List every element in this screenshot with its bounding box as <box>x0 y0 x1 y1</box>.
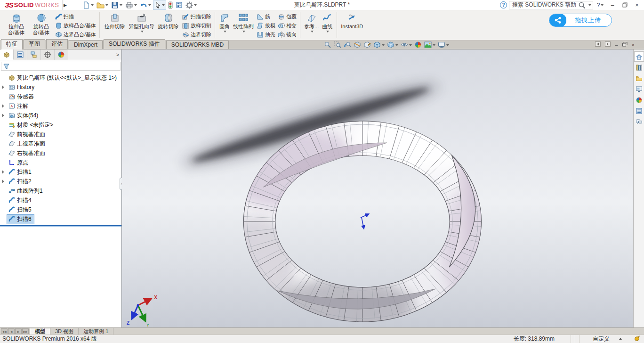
undo-caret-icon[interactable] <box>148 4 151 8</box>
tree-item-annotations[interactable]: A注解 <box>0 101 121 111</box>
tree-item-curve-pattern1[interactable]: 曲线阵列1 <box>0 186 121 196</box>
new-file-button[interactable] <box>81 0 95 10</box>
tab-addins[interactable]: SOLIDWORKS 插件 <box>104 39 165 49</box>
tree-filter-input[interactable] <box>1 62 121 71</box>
tree-item-front-plane[interactable]: 前视基准面 <box>0 130 121 139</box>
rebuild-button[interactable] <box>167 0 174 10</box>
linear-pattern-button[interactable]: 线性阵列 <box>232 11 255 33</box>
expand-arrow-icon[interactable] <box>2 85 6 89</box>
appearances-scenes-button[interactable] <box>634 95 644 105</box>
drag-upload-button[interactable]: 拖拽上传 <box>549 14 612 27</box>
quick-tip-icon[interactable] <box>622 335 644 343</box>
expand-arrow-icon[interactable] <box>2 180 6 183</box>
display-manager-tab[interactable] <box>55 49 68 60</box>
prev-tab-button[interactable]: ◀ <box>8 328 15 334</box>
sweep-button[interactable]: 扫描 <box>54 12 97 21</box>
tree-item-sweep1[interactable]: 扫描1 <box>0 167 121 177</box>
3d-drawing-view-button[interactable] <box>363 41 371 49</box>
help-caret-icon[interactable] <box>601 4 604 8</box>
search-caret-icon[interactable] <box>588 4 591 8</box>
tree-root-part[interactable]: 莫比乌斯环 (默认<<默认>_显示状态 1>) <box>0 73 121 82</box>
design-library-button[interactable] <box>634 62 644 73</box>
panel-expand-chevron-icon[interactable]: > <box>114 49 121 60</box>
edit-appearance-button[interactable] <box>414 41 422 49</box>
sweep-cut-button[interactable]: 扫描切除 <box>181 12 212 21</box>
tree-item-solid-bodies[interactable]: 实体(54) <box>0 111 121 120</box>
tab-evaluate[interactable]: 评估 <box>46 39 68 49</box>
open-file-button[interactable] <box>96 0 109 10</box>
revolve-boss-button[interactable]: 旋转凸台/基体 <box>29 11 54 35</box>
minimize-button[interactable]: – <box>607 1 618 9</box>
new-file-caret-icon[interactable] <box>91 4 94 8</box>
property-manager-tab[interactable] <box>14 49 27 60</box>
reference-geometry-button[interactable]: 参考... <box>303 11 320 33</box>
curves-button[interactable]: 曲线 <box>320 11 334 33</box>
tree-item-top-plane[interactable]: 上视基准面 <box>0 139 121 148</box>
logo-flyout-arrow-icon[interactable]: ▶ <box>63 3 68 8</box>
shell-button[interactable]: 抽壳 <box>255 30 276 39</box>
hide-show-items-button[interactable] <box>401 41 412 49</box>
resources-home-button[interactable] <box>634 51 644 62</box>
section-view-button[interactable] <box>354 41 361 49</box>
view-palette-button[interactable] <box>634 84 644 94</box>
select-tool-button[interactable] <box>153 0 166 10</box>
hide-show-caret-icon[interactable] <box>409 44 412 48</box>
tab-sketch[interactable]: 草图 <box>24 39 45 49</box>
collapse-right-icon[interactable] <box>605 41 611 48</box>
save-caret-icon[interactable] <box>120 4 122 8</box>
close-button[interactable]: × <box>632 1 642 9</box>
view-orientation-button[interactable] <box>373 41 385 49</box>
unit-caret-icon[interactable] <box>619 336 622 340</box>
3d-views-tab[interactable]: 3D 视图 <box>50 328 79 335</box>
tree-item-sensors[interactable]: 传感器 <box>0 92 121 101</box>
file-properties-button[interactable] <box>175 0 184 10</box>
expand-arrow-icon[interactable] <box>2 170 6 174</box>
next-tab-button[interactable]: ▶ <box>15 328 22 334</box>
doc-restore-icon[interactable] <box>622 42 628 48</box>
expand-arrow-icon[interactable] <box>2 104 6 108</box>
tree-item-sweep6-selected[interactable]: 扫描6 <box>0 214 121 224</box>
print-button[interactable] <box>124 0 138 10</box>
apply-scene-caret-icon[interactable] <box>433 44 435 48</box>
boundary-cut-button[interactable]: 边界切除 <box>181 30 212 39</box>
tab-dimxpert[interactable]: DimXpert <box>69 41 103 49</box>
tab-features[interactable]: 特征 <box>1 39 23 49</box>
reference-caret-icon[interactable] <box>311 31 314 34</box>
help-menu-button[interactable]: ? <box>595 1 605 9</box>
file-explorer-button[interactable] <box>634 73 644 83</box>
revolve-cut-button[interactable]: 旋转切除 <box>156 11 181 30</box>
print-caret-icon[interactable] <box>134 4 137 8</box>
intersect-button[interactable]: 相交 <box>276 21 298 30</box>
expand-arrow-icon[interactable] <box>2 114 6 117</box>
zoom-fit-button[interactable] <box>324 41 331 49</box>
first-tab-button[interactable]: ◀◀ <box>1 328 8 334</box>
doc-minimize-icon[interactable]: – <box>615 42 618 48</box>
boundary-boss-button[interactable]: 边界凸台/基体 <box>54 30 97 39</box>
motion-study-tab[interactable]: 运动算例 1 <box>79 328 113 335</box>
options-gear-button[interactable] <box>185 0 198 10</box>
hole-wizard-caret-icon[interactable] <box>141 31 144 34</box>
wrap-button[interactable]: 包覆 <box>276 12 298 21</box>
feature-manager-tab[interactable] <box>0 49 14 60</box>
tree-item-sweep4[interactable]: 扫描4 <box>0 196 121 205</box>
hole-wizard-button[interactable]: 异型孔向导 <box>127 11 156 33</box>
forum-button[interactable] <box>634 116 644 127</box>
loft-boss-button[interactable]: 放样凸台/基体 <box>54 21 97 30</box>
last-tab-button[interactable]: ▶▶ <box>22 328 29 334</box>
rib-button[interactable]: 筋 <box>255 12 276 21</box>
extrude-boss-button[interactable]: 拉伸凸台/基体 <box>4 11 29 35</box>
collapse-left-icon[interactable] <box>595 41 601 48</box>
curves-caret-icon[interactable] <box>326 31 329 34</box>
instant3d-button[interactable]: Instant3D <box>339 11 364 30</box>
search-help-input[interactable]: 搜索 SOLIDWORKS 帮助 <box>509 1 593 9</box>
tree-item-history[interactable]: History <box>0 82 121 92</box>
rollback-bar[interactable] <box>0 225 121 226</box>
configuration-manager-tab[interactable] <box>27 49 41 60</box>
apply-scene-button[interactable] <box>424 41 435 49</box>
view-settings-button[interactable] <box>438 41 449 49</box>
help-circle-icon[interactable]: ? <box>500 1 507 8</box>
restore-button[interactable] <box>620 1 630 9</box>
tree-item-right-plane[interactable]: 右视基准面 <box>0 148 121 158</box>
tree-item-sweep2[interactable]: 扫描2 <box>0 177 121 186</box>
tree-item-material[interactable]: 材质 <未指定> <box>0 120 121 130</box>
